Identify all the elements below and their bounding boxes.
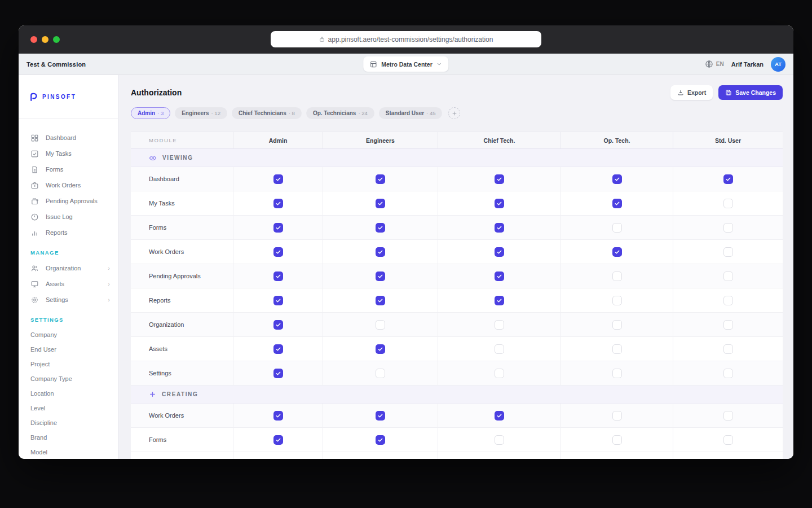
sidebar-item-pending-approvals[interactable]: Pending Approvals [19,193,118,209]
settings-item-end-user[interactable]: End User [19,342,118,357]
permission-cell [673,240,783,264]
checkbox-forms-op-tech[interactable] [612,223,622,233]
checkbox-dashboard-engineers[interactable] [376,174,385,184]
checkbox-settings-std-user[interactable] [723,369,733,378]
sidebar-item-dashboard[interactable]: Dashboard [19,130,118,146]
zoom-window-button[interactable] [53,36,60,43]
checkbox-forms-engineers[interactable] [376,435,385,445]
checkbox-work-orders-std-user[interactable] [723,411,733,421]
role-tab-engineers[interactable]: Engineers· 12 [175,107,227,119]
permission-cell [438,167,561,191]
checkbox-forms-chief-tech[interactable] [495,223,504,233]
permission-cell [323,428,438,452]
sidebar-item-issue-log[interactable]: Issue Log [19,209,118,225]
checkbox-work-orders-admin[interactable] [273,247,283,257]
checkbox-pending-approvals-std-user[interactable] [723,271,733,281]
checkbox-assets-engineers[interactable] [376,344,385,354]
role-tab-op-technicians[interactable]: Op. Technicians· 24 [306,107,374,119]
avatar[interactable]: AT [771,57,785,72]
checkbox-forms-op-tech[interactable] [612,435,622,445]
logo[interactable]: PINSOFT [19,75,118,119]
checkbox-my-tasks-engineers[interactable] [376,199,385,208]
datacenter-selector[interactable]: Metro Data Center [363,56,448,72]
export-button[interactable]: Export [670,85,713,100]
checkbox-dashboard-chief-tech[interactable] [495,174,504,184]
checkbox-reports-std-user[interactable] [723,296,733,305]
checkbox-dashboard-std-user[interactable] [723,174,733,184]
checkbox-reports-admin[interactable] [273,296,283,305]
checkbox-pending-approvals-chief-tech[interactable] [495,271,504,281]
checkbox-reports-chief-tech[interactable] [495,296,504,305]
checkbox-organization-engineers[interactable] [376,320,385,330]
checkbox-settings-admin[interactable] [273,369,283,378]
checkbox-work-orders-admin[interactable] [273,411,283,421]
save-changes-button[interactable]: Save Changes [718,85,783,100]
settings-item-discipline[interactable]: Discipline [19,415,118,430]
checkbox-reports-engineers[interactable] [376,296,385,305]
checkbox-settings-engineers[interactable] [376,369,385,378]
address-bar[interactable]: app.pinsoft.aero/test-commission/setting… [271,31,541,47]
permission-cell [323,288,438,312]
checkbox-organization-op-tech[interactable] [612,320,622,330]
checkbox-assets-std-user[interactable] [723,344,733,354]
role-tab-chief-technicians[interactable]: Chief Technicians· 8 [232,107,302,119]
checkbox-work-orders-engineers[interactable] [376,247,385,257]
checkbox-assets-admin[interactable] [273,344,283,354]
checkbox-forms-chief-tech[interactable] [495,435,504,445]
checkbox-work-orders-chief-tech[interactable] [495,411,504,421]
checkbox-dashboard-admin[interactable] [273,174,283,184]
checkbox-work-orders-chief-tech[interactable] [495,247,504,257]
checkbox-pending-approvals-op-tech[interactable] [612,271,622,281]
settings-item-company-type[interactable]: Company Type [19,371,118,386]
checkbox-pending-approvals-engineers[interactable] [376,271,385,281]
checkbox-dashboard-op-tech[interactable] [612,174,622,184]
checkbox-my-tasks-std-user[interactable] [723,199,733,208]
checkbox-assets-chief-tech[interactable] [495,344,504,354]
checkbox-organization-admin[interactable] [273,320,283,330]
sidebar-item-forms[interactable]: Forms [19,161,118,177]
checkbox-my-tasks-chief-tech[interactable] [495,199,504,208]
module-label: Dashboard [131,167,233,191]
checkbox-work-orders-op-tech[interactable] [612,247,622,257]
language-switcher[interactable]: EN [705,60,724,68]
sidebar-item-settings[interactable]: Settings› [19,292,118,308]
checkbox-forms-admin[interactable] [273,223,283,233]
checkbox-my-tasks-op-tech[interactable] [612,199,622,208]
permission-cell [673,191,783,215]
checkbox-forms-admin[interactable] [273,435,283,445]
checkbox-assets-op-tech[interactable] [612,344,622,354]
role-tab-label: Standard User [386,110,424,116]
add-role-button[interactable] [448,107,460,119]
settings-item-brand[interactable]: Brand [19,430,118,445]
checkbox-organization-chief-tech[interactable] [495,320,504,330]
settings-item-level[interactable]: Level [19,401,118,415]
checkbox-forms-engineers[interactable] [376,223,385,233]
checkbox-settings-chief-tech[interactable] [495,369,504,378]
checkbox-pending-approvals-admin[interactable] [273,271,283,281]
settings-item-company[interactable]: Company [19,327,118,342]
role-tab-standard-user[interactable]: Standard User· 45 [379,107,443,119]
sidebar-item-reports[interactable]: Reports [19,225,118,240]
settings-item-location[interactable]: Location [19,386,118,401]
checkbox-forms-std-user[interactable] [723,223,733,233]
module-label: Work Orders [131,404,233,427]
checkbox-work-orders-op-tech[interactable] [612,411,622,421]
settings-nav: CompanyEnd UserProjectCompany TypeLocati… [19,327,118,459]
checkbox-work-orders-engineers[interactable] [376,411,385,421]
sidebar-item-work-orders[interactable]: Work Orders [19,177,118,193]
checkbox-reports-op-tech[interactable] [612,296,622,305]
settings-item-project[interactable]: Project [19,357,118,371]
sidebar-item-assets[interactable]: Assets› [19,276,118,292]
checkbox-my-tasks-admin[interactable] [273,199,283,208]
chevron-down-icon [436,61,443,67]
close-window-button[interactable] [30,36,37,43]
settings-item-model[interactable]: Model [19,445,118,459]
checkbox-work-orders-std-user[interactable] [723,247,733,257]
checkbox-settings-op-tech[interactable] [612,369,622,378]
checkbox-forms-std-user[interactable] [723,435,733,445]
checkbox-organization-std-user[interactable] [723,320,733,330]
sidebar-item-organization[interactable]: Organization› [19,260,118,276]
role-tab-admin[interactable]: Admin· 3 [131,107,170,119]
sidebar-item-my-tasks[interactable]: My Tasks [19,146,118,161]
minimize-window-button[interactable] [42,36,48,43]
